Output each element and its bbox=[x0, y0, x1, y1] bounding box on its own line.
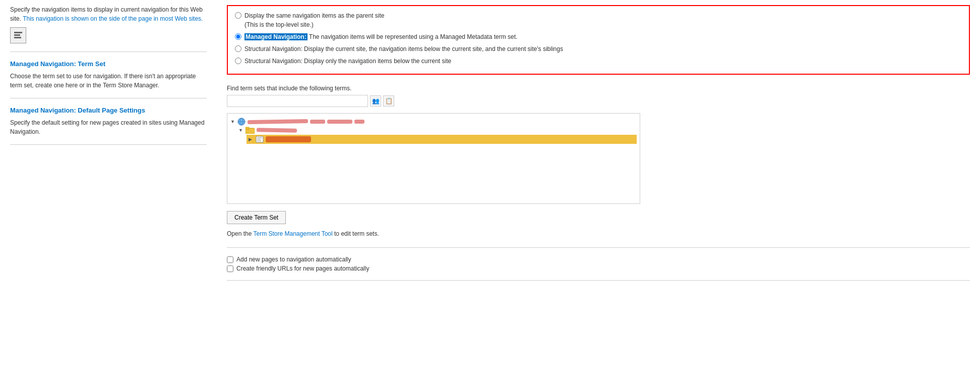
tree-item-selected[interactable]: ▶ bbox=[247, 135, 637, 144]
radio-item-2: Managed Navigation: The navigation items… bbox=[235, 32, 962, 41]
radio-label-same-parent: Display the same navigation items as the… bbox=[244, 12, 384, 19]
radio-item-3: Structural Navigation: Display the curre… bbox=[235, 44, 962, 54]
tree-selected-label-redacted bbox=[266, 136, 311, 142]
globe-icon bbox=[237, 118, 246, 126]
right-divider-2 bbox=[227, 280, 970, 281]
right-divider-1 bbox=[227, 247, 970, 248]
create-term-set-button[interactable]: Create Term Set bbox=[227, 211, 286, 224]
default-page-section: Add new pages to navigation automaticall… bbox=[227, 256, 970, 272]
term-set-section: Find term sets that include the followin… bbox=[227, 85, 970, 237]
term-store-management-tool-link[interactable]: Term Store Management Tool bbox=[254, 230, 333, 237]
navigation-radio-group: Display the same navigation items as the… bbox=[227, 5, 970, 75]
search-icon: 👥 bbox=[372, 97, 380, 104]
term-tree-box: ▼ ▼ bbox=[227, 113, 640, 204]
divider-3 bbox=[10, 144, 207, 145]
termset-icon bbox=[256, 135, 264, 143]
checkbox-item-2: Create friendly URLs for new pages autom… bbox=[227, 265, 970, 272]
find-terms-label: Find term sets that include the followin… bbox=[227, 85, 970, 92]
tree-arrow-folder: ▼ bbox=[238, 128, 243, 133]
checkbox-friendly-urls-label: Create friendly URLs for new pages autom… bbox=[236, 265, 369, 272]
find-terms-input[interactable] bbox=[227, 95, 368, 107]
managed-nav-default-heading: Managed Navigation: Default Page Setting… bbox=[10, 107, 207, 114]
nav-icon bbox=[10, 27, 26, 43]
tree-folder-label-redacted bbox=[257, 128, 297, 132]
radio-same-as-parent[interactable] bbox=[235, 12, 241, 19]
tree-root-label-redacted4 bbox=[354, 120, 364, 124]
divider-1 bbox=[10, 51, 207, 52]
checkbox-item-1: Add new pages to navigation automaticall… bbox=[227, 256, 970, 263]
tree-root-label-redacted bbox=[248, 119, 308, 124]
managed-nav-term-set-desc: Choose the term set to use for navigatio… bbox=[10, 72, 207, 90]
open-tool-text: Open the Term Store Management Tool to e… bbox=[227, 230, 970, 237]
radio-structural-siblings[interactable] bbox=[235, 45, 241, 52]
checkbox-add-pages[interactable] bbox=[227, 256, 233, 263]
radio-label-structural-siblings: Structural Navigation: Display the curre… bbox=[244, 44, 563, 54]
tree-arrow-selected: ▶ bbox=[249, 137, 254, 142]
tree-item-folder[interactable]: ▼ bbox=[238, 127, 637, 134]
tree-root-label-redacted2 bbox=[310, 120, 325, 124]
radio-item-1: Display the same navigation items as the… bbox=[235, 11, 962, 29]
find-terms-browse-btn[interactable]: 📋 bbox=[383, 95, 394, 107]
tree-arrow-root: ▼ bbox=[230, 119, 235, 124]
radio-label-structural-below: Structural Navigation: Display only the … bbox=[244, 57, 451, 66]
current-nav-link[interactable]: This navigation is shown on the side of … bbox=[23, 15, 203, 22]
checkbox-add-pages-label: Add new pages to navigation automaticall… bbox=[236, 256, 351, 263]
svg-rect-2 bbox=[14, 37, 21, 38]
tree-root-label-redacted3 bbox=[327, 120, 352, 124]
managed-nav-term-set-heading: Managed Navigation: Term Set bbox=[10, 60, 207, 68]
svg-rect-7 bbox=[246, 127, 249, 129]
find-terms-search-btn[interactable]: 👥 bbox=[370, 95, 381, 107]
radio-managed-nav-highlight: Managed Navigation: bbox=[244, 33, 308, 40]
divider-2 bbox=[10, 98, 207, 98]
radio-item-4: Structural Navigation: Display only the … bbox=[235, 57, 962, 66]
svg-rect-1 bbox=[14, 34, 20, 36]
radio-managed-nav[interactable] bbox=[235, 33, 241, 40]
radio-structural-below[interactable] bbox=[235, 58, 241, 64]
folder-icon bbox=[246, 127, 255, 134]
checkbox-friendly-urls[interactable] bbox=[227, 266, 233, 272]
find-terms-row: 👥 📋 bbox=[227, 95, 970, 107]
radio-label-top-level: (This is the top-level site.) bbox=[244, 21, 314, 28]
current-nav-description: Specify the navigation items to display … bbox=[10, 5, 207, 23]
svg-rect-0 bbox=[14, 32, 22, 33]
browse-icon: 📋 bbox=[385, 97, 393, 104]
radio-managed-nav-rest: The navigation items will be represented… bbox=[308, 33, 518, 40]
managed-nav-default-desc: Specify the default setting for new page… bbox=[10, 118, 207, 136]
tree-item-root[interactable]: ▼ bbox=[230, 118, 637, 126]
